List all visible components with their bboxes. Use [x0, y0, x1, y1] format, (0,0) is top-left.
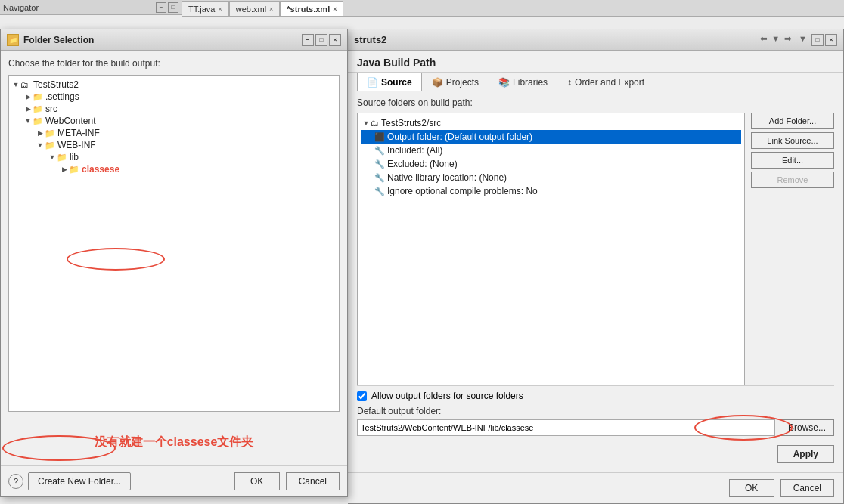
- restore-btn[interactable]: □: [168, 2, 178, 13]
- build-path-close[interactable]: ×: [825, 34, 837, 46]
- bp-native-lib-item[interactable]: 🔧 Native library location: (None): [361, 171, 741, 184]
- folder-dialog-titlebar: 📁 Folder Selection − □ ×: [1, 29, 347, 51]
- navigator-title: Navigator: [3, 3, 156, 12]
- tab-source[interactable]: 📄 Source: [357, 73, 422, 91]
- tab-struts-xml[interactable]: *struts.xml ×: [280, 1, 343, 16]
- bp-excluded-item[interactable]: 🔧 Excluded: (None): [361, 157, 741, 171]
- build-path-body: Source folders on build path: ▼ 🗂 TestSt…: [348, 91, 843, 472]
- folder-dialog-close[interactable]: ×: [329, 34, 341, 46]
- tree-label-classese: classese: [82, 164, 119, 175]
- java-build-path-panel: struts2 ⇐ ▼ ⇒ ▼ □ × Java Build Path 📄 So…: [348, 29, 844, 504]
- folder-dialog-ok-cancel: OK Cancel: [234, 472, 340, 490]
- projects-tab-icon: 📦: [432, 77, 443, 88]
- bp-root-label: TestStruts2/src: [381, 118, 441, 128]
- folder-dialog-instruction: Choose the folder for the build output:: [8, 58, 340, 69]
- apply-button[interactable]: Apply: [777, 445, 834, 463]
- nav-down-icon[interactable]: ▼: [771, 34, 780, 46]
- build-path-titlebar: struts2 ⇐ ▼ ⇒ ▼ □ ×: [348, 29, 843, 51]
- folder-cancel-button[interactable]: Cancel: [286, 472, 340, 490]
- metainf-folder-icon: 📁: [45, 128, 55, 138]
- tree-item-lib[interactable]: ▼ 📁 lib: [11, 151, 337, 163]
- folder-dialog-maximize[interactable]: □: [315, 34, 327, 46]
- build-path-maximize[interactable]: □: [811, 34, 824, 46]
- link-source-button[interactable]: Link Source...: [751, 132, 834, 149]
- folder-tree[interactable]: ▼ 🗂 TestStruts2 ▶ 📁 .settings ▶ 📁 src: [8, 75, 340, 412]
- classese-folder-icon: 📁: [69, 165, 79, 174]
- project-icon: 🗂: [20, 80, 31, 89]
- tab-web-xml-close[interactable]: ×: [269, 5, 273, 13]
- build-path-ctrl-btns: ⇐ ▼ ⇒ ▼ □ ×: [760, 34, 837, 46]
- nav-back-icon[interactable]: ⇐: [760, 34, 767, 46]
- bp-checkbox-row: Allow output folders for source folders: [357, 391, 834, 401]
- tab-tt-java-label: TT.java: [188, 5, 215, 14]
- bp-included-label: Included: (All): [387, 145, 442, 156]
- folder-dialog-ctrl-btns: − □ ×: [302, 34, 341, 46]
- nav-menu-icon[interactable]: ▼: [799, 34, 807, 46]
- bp-tree-root[interactable]: ▼ 🗂 TestStruts2/src: [361, 116, 741, 130]
- bp-bottom-section: Allow output folders for source folders …: [357, 385, 834, 441]
- bp-main-area: ▼ 🗂 TestStruts2/src ⬛ Output folder: (De…: [357, 113, 834, 385]
- tab-web-xml[interactable]: web.xml ×: [229, 1, 281, 16]
- tab-order-export[interactable]: ↕ Order and Export: [557, 73, 654, 91]
- bp-included-item[interactable]: 🔧 Included: (All): [361, 144, 741, 157]
- bp-output-folder-item[interactable]: ⬛ Output folder: (Default output folder): [361, 130, 741, 144]
- tree-label-webcontent: WebContent: [45, 116, 96, 126]
- included-icon: 🔧: [374, 146, 385, 156]
- allow-output-folders-checkbox[interactable]: [357, 391, 367, 401]
- editor-tab-bar: TT.java × web.xml × *struts.xml ×: [182, 0, 844, 17]
- remove-button[interactable]: Remove: [751, 172, 834, 188]
- add-folder-button[interactable]: Add Folder...: [751, 113, 834, 129]
- toggle-lib[interactable]: ▼: [48, 153, 56, 161]
- tab-libraries[interactable]: 📚 Libraries: [489, 73, 557, 91]
- help-button[interactable]: ?: [8, 474, 23, 489]
- output-folder-row: Browse...: [357, 419, 834, 436]
- tab-projects[interactable]: 📦 Projects: [422, 73, 489, 91]
- tree-item-webcontent[interactable]: ▼ 📁 WebContent: [11, 115, 337, 127]
- build-path-panel-title: struts2: [354, 34, 386, 45]
- bp-source-tree[interactable]: ▼ 🗂 TestStruts2/src ⬛ Output folder: (De…: [357, 113, 745, 385]
- folder-dialog-minimize[interactable]: −: [302, 34, 314, 46]
- edit-button[interactable]: Edit...: [751, 152, 834, 169]
- webinf-folder-icon: 📁: [45, 141, 55, 150]
- toggle-metainf[interactable]: ▶: [36, 129, 44, 137]
- nav-forward-icon[interactable]: ⇒: [784, 34, 791, 46]
- toggle-classese[interactable]: ▶: [61, 165, 68, 173]
- tree-item-webinf[interactable]: ▼ 📁 WEB-INF: [11, 139, 337, 151]
- build-path-tabs: 📄 Source 📦 Projects 📚 Libraries ↕ Order …: [348, 73, 843, 91]
- tab-struts-xml-close[interactable]: ×: [333, 5, 337, 13]
- tree-item-classese[interactable]: ▶ 📁 classese: [11, 163, 337, 175]
- tree-label-teststruts2: TestStruts2: [33, 79, 79, 90]
- tree-label-webinf: WEB-INF: [57, 140, 96, 150]
- tab-tt-java[interactable]: TT.java ×: [182, 1, 229, 16]
- tree-item-metainf[interactable]: ▶ 📁 META-INF: [11, 127, 337, 139]
- projects-tab-label: Projects: [446, 77, 479, 88]
- bp-ok-button[interactable]: OK: [729, 479, 774, 497]
- folder-dialog-content: Choose the folder for the build output: …: [1, 51, 347, 465]
- tree-item-teststruts2[interactable]: ▼ 🗂 TestStruts2: [11, 79, 337, 91]
- toggle-src[interactable]: ▶: [24, 105, 32, 113]
- toggle-webinf[interactable]: ▼: [36, 141, 44, 149]
- folder-selection-dialog: 📁 Folder Selection − □ × Choose the fold…: [0, 29, 348, 497]
- bp-ignore-item[interactable]: 🔧 Ignore optional compile problems: No: [361, 184, 741, 198]
- bp-subtitle: Source folders on build path:: [357, 97, 834, 108]
- order-export-tab-label: Order and Export: [575, 77, 644, 88]
- bp-sidebar-buttons: Add Folder... Link Source... Edit... Rem…: [751, 113, 834, 385]
- toggle-teststruts2[interactable]: ▼: [12, 81, 20, 88]
- tree-label-lib: lib: [70, 152, 79, 162]
- folder-ok-button[interactable]: OK: [234, 472, 280, 490]
- output-folder-icon: ⬛: [374, 132, 385, 142]
- tree-item-src[interactable]: ▶ 📁 src: [11, 103, 337, 115]
- output-folder-input[interactable]: [357, 419, 775, 436]
- toggle-webcontent[interactable]: ▼: [24, 117, 32, 125]
- tree-item-settings[interactable]: ▶ 📁 .settings: [11, 91, 337, 103]
- bp-cancel-button[interactable]: Cancel: [780, 479, 834, 497]
- tab-tt-java-close[interactable]: ×: [218, 5, 222, 13]
- bp-toggle-root[interactable]: ▼: [362, 119, 370, 127]
- browse-button[interactable]: Browse...: [780, 419, 834, 436]
- minimize-btn[interactable]: −: [156, 2, 166, 13]
- src-folder-icon: 📁: [33, 104, 43, 113]
- toggle-settings[interactable]: ▶: [24, 93, 32, 100]
- libraries-tab-icon: 📚: [498, 77, 510, 88]
- folder-dialog-icon: 📁: [7, 34, 19, 46]
- create-new-folder-button[interactable]: Create New Folder...: [28, 472, 131, 490]
